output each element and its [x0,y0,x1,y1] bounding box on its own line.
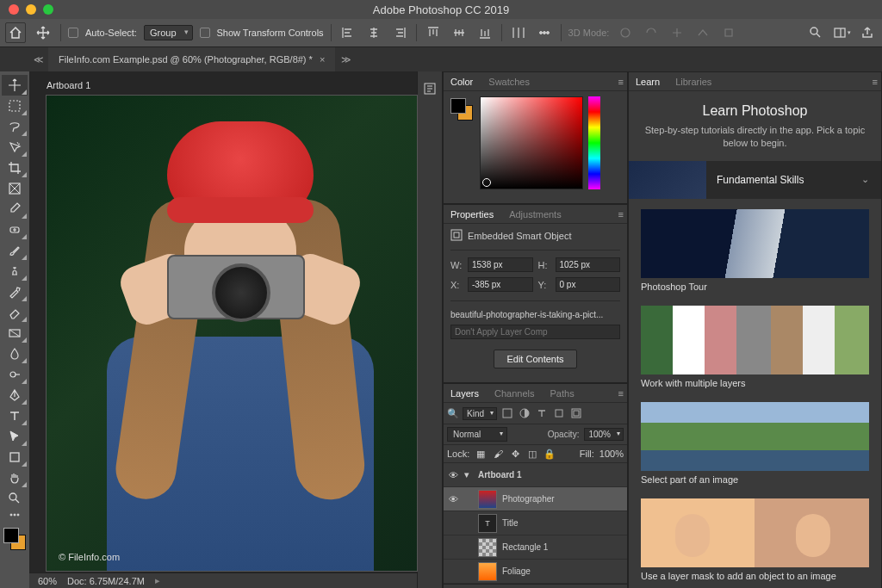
panel-menu-icon[interactable]: ≡ [618,77,624,87]
lock-artboard-icon[interactable]: ◫ [526,448,538,460]
width-input[interactable]: 1538 px [468,257,533,272]
artboard-label[interactable]: Artboard 1 [47,80,90,90]
align-center-h-icon[interactable] [364,23,383,42]
lasso-tool[interactable] [2,116,28,137]
align-bottom-icon[interactable] [475,23,494,42]
edit-contents-button[interactable]: Edit Contents [494,350,576,368]
healing-tool[interactable] [2,220,28,240]
layer-thumbnail[interactable] [478,562,497,581]
shape-tool[interactable] [2,447,28,467]
learn-card[interactable]: Select part of an image [641,402,869,485]
layer-name[interactable]: Artboard 1 [478,470,624,480]
layer-thumbnail[interactable] [478,538,497,557]
pen-tool[interactable] [2,385,28,405]
filter-pixel-icon[interactable] [500,406,514,420]
panel-menu-icon[interactable]: ≡ [618,388,624,399]
channels-tab[interactable]: Channels [491,386,537,401]
learn-card[interactable]: Work with multiple layers [641,306,869,388]
share-icon[interactable] [858,23,877,42]
learn-tab[interactable]: Learn [632,74,663,90]
filter-adjust-icon[interactable] [518,406,531,420]
move-tool[interactable] [2,75,28,96]
clone-stamp-tool[interactable] [2,261,28,282]
lock-transparent-icon[interactable]: ▦ [475,448,487,460]
auto-select-checkbox[interactable] [68,28,78,38]
canvas-area[interactable]: Artboard 1 © FileInfo.com 60% Doc: 6.75M… [29,71,417,588]
status-menu-icon[interactable]: ▸ [155,575,160,586]
x-input[interactable]: -385 px [468,277,533,292]
hand-tool[interactable] [2,467,28,488]
eyedropper-tool[interactable] [2,199,28,220]
layer-item[interactable]: Rectangle 1 [444,535,627,560]
eraser-tool[interactable] [2,302,28,323]
learn-card[interactable]: Use a layer mask to add an object to an … [641,498,869,581]
tabs-next-icon[interactable]: ≫ [337,47,356,71]
layer-name[interactable]: Foliage [502,566,624,576]
align-center-v-icon[interactable] [450,23,469,42]
color-field[interactable] [480,96,583,189]
tabs-prev-icon[interactable]: ≪ [29,47,48,71]
layer-item[interactable]: T Title [444,511,627,535]
minimize-window-icon[interactable] [26,4,36,15]
adjustments-tab[interactable]: Adjustments [506,207,565,222]
filter-shape-icon[interactable] [552,406,566,420]
history-brush-tool[interactable] [2,282,28,302]
move-tool-icon[interactable] [33,22,53,43]
more-icon[interactable] [535,23,554,42]
filter-type-icon[interactable] [535,406,549,420]
filter-smart-icon[interactable] [569,406,583,420]
history-dock-icon[interactable] [419,78,440,99]
layer-name[interactable]: Rectangle 1 [502,542,624,552]
layer-item[interactable]: 👁 Photographer [444,487,627,511]
libraries-tab[interactable]: Libraries [672,74,715,90]
swatches-tab[interactable]: Swatches [485,74,533,90]
align-top-icon[interactable] [424,23,443,42]
zoom-level[interactable]: 60% [38,576,57,586]
paths-tab[interactable]: Paths [547,386,578,401]
panel-menu-icon[interactable]: ≡ [618,209,624,220]
layer-item[interactable]: Foliage [444,560,627,584]
layers-tab[interactable]: Layers [447,386,482,401]
layer-thumbnail[interactable]: T [478,514,497,533]
visibility-icon[interactable]: 👁 [447,494,459,504]
artboard[interactable]: © FileInfo.com [47,96,417,571]
search-icon[interactable] [806,23,825,42]
zoom-tool[interactable] [2,488,28,509]
layer-artboard[interactable]: 👁 ▾ Artboard 1 [444,463,627,487]
hue-slider[interactable] [588,96,600,189]
properties-tab[interactable]: Properties [447,207,497,222]
path-select-tool[interactable] [2,426,28,447]
show-transform-checkbox[interactable] [200,28,210,38]
lock-position-icon[interactable]: ✥ [509,448,521,460]
quick-select-tool[interactable] [2,137,28,158]
distribute-icon[interactable] [509,23,528,42]
toolbar-more-icon[interactable] [2,509,28,521]
visibility-icon[interactable]: 👁 [447,470,459,480]
color-swatch-tool[interactable] [3,523,26,585]
document-tab[interactable]: FileInfo.com Example.psd @ 60% (Photogra… [48,47,335,71]
layer-name[interactable]: Photographer [502,494,624,504]
color-tab[interactable]: Color [447,74,476,90]
marquee-tool[interactable] [2,96,28,116]
learn-card[interactable]: Photoshop Tour [641,209,869,292]
learn-category[interactable]: Fundamental Skills ⌄ [629,161,881,199]
close-tab-icon[interactable]: × [320,54,325,65]
crop-tool[interactable] [2,158,28,178]
lock-image-icon[interactable]: 🖌 [492,448,504,460]
fill-input[interactable]: 100% [599,449,624,459]
gradient-tool[interactable] [2,323,28,344]
frame-tool[interactable] [2,178,28,199]
workspace-switcher-icon[interactable]: ▾ [832,23,851,42]
blur-tool[interactable] [2,344,28,364]
doc-size[interactable]: Doc: 6.75M/24.7M [67,576,145,586]
panel-menu-icon[interactable]: ≡ [873,77,878,87]
lock-all-icon[interactable]: 🔒 [543,448,556,460]
filter-kind-dropdown[interactable]: Kind [463,407,497,420]
blend-mode-dropdown[interactable]: Normal [447,427,507,442]
dodge-tool[interactable] [2,364,28,385]
home-icon[interactable] [5,22,26,43]
height-input[interactable]: 1025 px [556,257,621,272]
y-input[interactable]: 0 px [556,277,621,292]
type-tool[interactable] [2,405,28,426]
auto-select-dropdown[interactable]: Group [144,25,193,40]
